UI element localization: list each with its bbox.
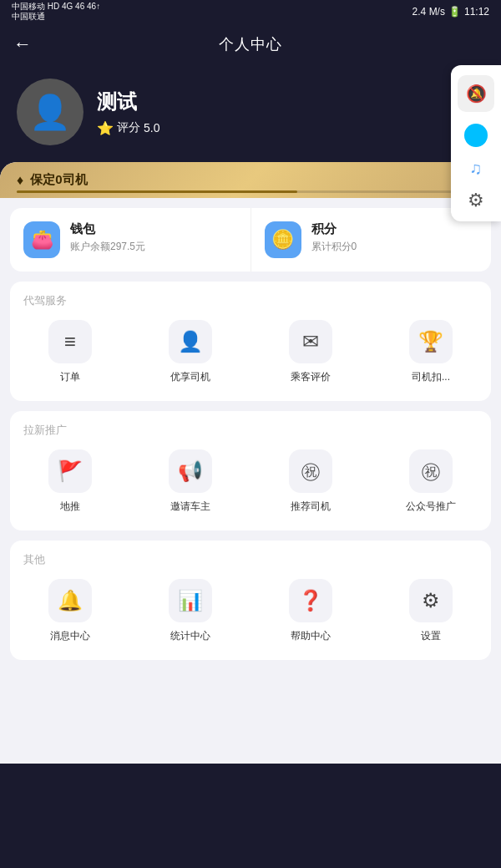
bell-mute-button[interactable]: 🔕 bbox=[458, 75, 494, 112]
menu-icon-2-2: ❓ bbox=[289, 579, 332, 622]
section-group-0: 代驾服务≡订单👤优享司机✉乘客评价🏆司机扣... bbox=[10, 282, 491, 401]
menu-item-2-0[interactable]: 🔔消息中心 bbox=[45, 579, 95, 643]
menu-item-0-2[interactable]: ✉乘客评价 bbox=[286, 320, 336, 384]
time-display: 11:12 bbox=[464, 6, 489, 18]
section-group-2: 其他🔔消息中心📊统计中心❓帮助中心⚙设置 bbox=[10, 541, 491, 660]
vip-progress-fill bbox=[17, 190, 297, 193]
menu-icon-0-1: 👤 bbox=[169, 320, 212, 363]
section-label-0: 代驾服务 bbox=[10, 293, 491, 317]
battery-icon: 🔋 bbox=[448, 6, 461, 18]
page-header: ← 个人中心 bbox=[0, 23, 501, 65]
bell-mute-icon: 🔕 bbox=[466, 84, 487, 104]
profile-section: 👤 测试 ⭐ 评分 5.0 🔕 ♫ ⚙ bbox=[0, 65, 501, 162]
status-right: 2.4 M/s 🔋 11:12 bbox=[412, 6, 489, 18]
menu-label-0-3: 司机扣... bbox=[412, 370, 450, 384]
rating-value: 5.0 bbox=[144, 121, 159, 135]
menu-label-2-1: 统计中心 bbox=[170, 629, 210, 643]
wallet-info: 钱包 账户余额297.5元 bbox=[70, 221, 145, 254]
menu-grid-1: 🚩地推📢邀请车主㊗推荐司机㊗公众号推广 bbox=[10, 446, 491, 525]
points-count: 累计积分0 bbox=[311, 240, 357, 254]
page-title: 个人中心 bbox=[219, 34, 282, 54]
menu-label-2-0: 消息中心 bbox=[50, 629, 90, 643]
wallet-balance: 账户余额297.5元 bbox=[70, 240, 145, 254]
vip-banner[interactable]: ♦ 保定0司机 bbox=[0, 162, 501, 198]
back-button[interactable]: ← bbox=[13, 33, 32, 55]
menu-item-1-1[interactable]: 📢邀请车主 bbox=[165, 449, 215, 514]
points-info: 积分 累计积分0 bbox=[311, 221, 357, 254]
wallet-card[interactable]: 👛 钱包 账户余额297.5元 bbox=[10, 208, 251, 272]
vip-progress-bar bbox=[17, 190, 484, 193]
star-icon: ⭐ bbox=[97, 120, 114, 136]
menu-grid-0: ≡订单👤优享司机✉乘客评价🏆司机扣... bbox=[10, 317, 491, 396]
vip-banner-text: 保定0司机 bbox=[30, 172, 87, 188]
menu-label-0-1: 优享司机 bbox=[170, 370, 210, 384]
menu-icon-0-0: ≡ bbox=[48, 320, 92, 363]
wallet-icon: 👛 bbox=[31, 229, 53, 251]
rating-label: 评分 bbox=[117, 120, 140, 135]
profile-name: 测试 bbox=[97, 89, 484, 115]
menu-item-1-0[interactable]: 🚩地推 bbox=[45, 449, 95, 514]
menu-icon-1-1: 📢 bbox=[169, 449, 212, 493]
menu-item-0-3[interactable]: 🏆司机扣... bbox=[406, 320, 456, 384]
speed-indicator: 2.4 M/s bbox=[412, 6, 445, 18]
menu-icon-0-3: 🏆 bbox=[409, 320, 453, 363]
menu-item-0-1[interactable]: 👤优享司机 bbox=[165, 320, 215, 384]
status-bar: 中国移动 HD 4G 46 46↑ 中国联通 2.4 M/s 🔋 11:12 bbox=[0, 0, 501, 23]
carrier-info: 中国移动 HD 4G 46 46↑ 中国联通 bbox=[12, 2, 100, 22]
menu-item-2-3[interactable]: ⚙设置 bbox=[406, 579, 456, 643]
menu-icon-2-0: 🔔 bbox=[48, 579, 92, 622]
notification-dot[interactable] bbox=[464, 124, 488, 147]
section-label-1: 拉新推广 bbox=[10, 423, 491, 446]
menu-label-0-0: 订单 bbox=[60, 370, 80, 384]
section-label-2: 其他 bbox=[10, 552, 491, 576]
menu-label-1-2: 推荐司机 bbox=[291, 500, 331, 514]
settings-icon[interactable]: ⚙ bbox=[468, 190, 484, 211]
menu-label-0-2: 乘客评价 bbox=[291, 370, 331, 384]
profile-rating: ⭐ 评分 5.0 bbox=[97, 120, 484, 136]
profile-info: 测试 ⭐ 评分 5.0 bbox=[97, 89, 484, 136]
menu-icon-0-2: ✉ bbox=[289, 320, 332, 363]
menu-item-2-1[interactable]: 📊统计中心 bbox=[165, 579, 215, 643]
menu-grid-2: 🔔消息中心📊统计中心❓帮助中心⚙设置 bbox=[10, 576, 491, 655]
menu-label-2-2: 帮助中心 bbox=[291, 629, 331, 643]
menu-label-1-3: 公众号推广 bbox=[406, 500, 456, 514]
menu-icon-2-3: ⚙ bbox=[409, 579, 453, 622]
menu-label-1-1: 邀请车主 bbox=[170, 500, 210, 514]
notification-popup: 🔕 ♫ ⚙ bbox=[451, 65, 501, 221]
points-icon: 🪙 bbox=[271, 229, 294, 251]
wallet-icon-wrap: 👛 bbox=[23, 221, 60, 258]
menu-label-2-3: 设置 bbox=[421, 629, 441, 643]
menu-icon-1-3: ㊗ bbox=[409, 449, 453, 493]
menu-item-2-2[interactable]: ❓帮助中心 bbox=[286, 579, 336, 643]
menu-icon-2-1: 📊 bbox=[169, 579, 212, 622]
avatar-icon: 👤 bbox=[29, 93, 71, 132]
menu-item-1-3[interactable]: ㊗公众号推广 bbox=[406, 449, 456, 514]
points-title: 积分 bbox=[311, 221, 357, 237]
menu-item-1-2[interactable]: ㊗推荐司机 bbox=[286, 449, 336, 514]
menu-icon-1-2: ㊗ bbox=[289, 449, 332, 493]
music-icon[interactable]: ♫ bbox=[470, 159, 483, 178]
vip-diamond-icon: ♦ bbox=[17, 173, 23, 188]
menu-icon-1-0: 🚩 bbox=[48, 449, 92, 493]
menu-item-0-0[interactable]: ≡订单 bbox=[45, 320, 95, 384]
section-group-1: 拉新推广🚩地推📢邀请车主㊗推荐司机㊗公众号推广 bbox=[10, 411, 491, 530]
cards-section: 👛 钱包 账户余额297.5元 🪙 积分 累计积分0 bbox=[10, 208, 491, 272]
points-icon-wrap: 🪙 bbox=[265, 221, 301, 258]
wallet-title: 钱包 bbox=[70, 221, 145, 237]
menu-label-1-0: 地推 bbox=[60, 500, 80, 514]
avatar[interactable]: 👤 bbox=[17, 79, 84, 145]
main-content: ♦ 保定0司机 👛 钱包 账户余额297.5元 🪙 积分 累计积分0 bbox=[0, 162, 501, 764]
